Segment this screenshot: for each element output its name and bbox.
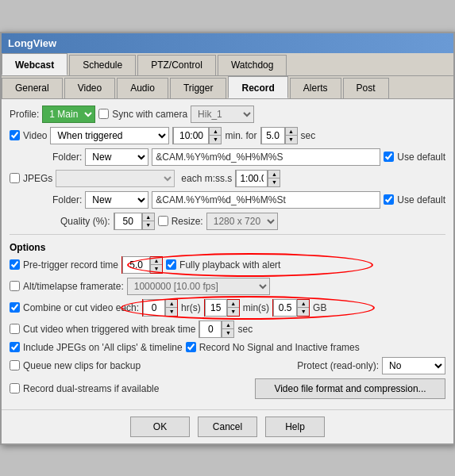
video-trigger-select[interactable]: When triggered	[50, 127, 169, 144]
combine-label: Combine or cut video each:	[23, 302, 139, 313]
tab-ptzcontrol[interactable]: PTZ/Control	[137, 55, 216, 75]
resize-select[interactable]: 1280 x 720	[206, 213, 278, 230]
video-path-input[interactable]	[152, 148, 380, 166]
combine-gb-up[interactable]: ▲	[298, 300, 309, 308]
dual-streams-checkbox[interactable]	[10, 383, 20, 393]
protect-label: Protect (read-only):	[297, 360, 379, 371]
video-format-button[interactable]: Video file format and compression...	[255, 378, 445, 399]
queue-checkbox[interactable]	[10, 360, 20, 370]
combine-hr-up[interactable]: ▲	[166, 300, 177, 308]
help-button[interactable]: Help	[265, 416, 325, 437]
video-for-up[interactable]: ▲	[286, 128, 297, 136]
cut-break-up[interactable]: ▲	[222, 321, 233, 329]
tab-schedule[interactable]: Schedule	[69, 55, 136, 75]
video-checkbox[interactable]	[10, 130, 20, 140]
video-for-down[interactable]: ▼	[286, 136, 297, 144]
quality-down[interactable]: ▼	[143, 221, 154, 229]
dual-format-row: Record dual-streams if available Video f…	[10, 378, 445, 399]
jpegs-trigger-select[interactable]	[56, 170, 175, 187]
tab-trigger[interactable]: Trigger	[170, 78, 227, 98]
camera-select[interactable]: Hik_1	[191, 106, 254, 123]
combine-min-down[interactable]: ▼	[228, 308, 239, 316]
queue-protect-row: Queue new clips for backup Protect (read…	[10, 357, 445, 374]
content-area: Profile: 1 Main Sync with camera Hik_1 V…	[2, 99, 453, 409]
include-jpegs-checkbox[interactable]	[10, 342, 20, 352]
jpegs-folder-label: Folder:	[52, 194, 82, 205]
tab-alerts[interactable]: Alerts	[290, 78, 341, 98]
tab-webcast[interactable]: Webcast	[2, 53, 67, 75]
video-time-up[interactable]: ▲	[210, 128, 221, 136]
jpegs-label: JPEGs	[23, 173, 52, 184]
cut-break-label: Cut video when triggered with break time	[23, 324, 195, 335]
include-jpegs-label: Include JPEGs on 'All clips' & timeline	[23, 342, 183, 353]
pretrigger-spinner: ▲ ▼	[121, 256, 163, 274]
resize-checkbox[interactable]	[158, 216, 168, 226]
video-use-default-checkbox[interactable]	[384, 152, 394, 162]
jpegs-interval-up[interactable]: ▲	[268, 171, 280, 178]
pretrigger-checkbox[interactable]	[10, 259, 20, 270]
jpegs-path-input[interactable]	[152, 191, 380, 209]
video-folder-row: Folder: New Use default	[10, 148, 445, 166]
resize-label: Resize:	[172, 216, 203, 227]
combine-gb-spinner: ▲ ▼	[272, 299, 310, 317]
jpegs-interval-input[interactable]	[236, 170, 268, 187]
tab-general[interactable]: General	[2, 78, 63, 98]
quality-input[interactable]	[114, 213, 142, 230]
pretrigger-input[interactable]	[122, 256, 150, 274]
gb-label: GB	[313, 302, 326, 313]
video-time-down[interactable]: ▼	[210, 136, 221, 144]
video-time-input[interactable]	[173, 127, 209, 144]
combine-checkbox[interactable]	[10, 302, 20, 313]
sec-label: sec	[301, 130, 316, 141]
alttimelapse-select[interactable]: 1000000 [10.00 fps]	[127, 278, 270, 295]
combine-hr-input[interactable]	[143, 299, 165, 317]
quality-up[interactable]: ▲	[143, 213, 154, 221]
protect-select[interactable]: No	[382, 357, 445, 374]
tab-video[interactable]: Video	[64, 78, 115, 98]
fullplay-checkbox[interactable]	[166, 259, 176, 270]
jpegs-row: JPEGs each m:ss.s ▲ ▼	[10, 170, 445, 187]
combine-min-up[interactable]: ▲	[228, 300, 239, 308]
alttimelapse-label: Alt/timelapse framerate:	[23, 281, 124, 292]
tab-record[interactable]: Record	[228, 76, 287, 98]
video-for-input[interactable]	[261, 127, 285, 144]
alttimelapse-checkbox[interactable]	[10, 281, 20, 291]
min-label: min(s)	[243, 302, 269, 313]
combine-hr-down[interactable]: ▼	[166, 308, 177, 316]
cut-break-checkbox[interactable]	[10, 324, 20, 334]
combine-min-input[interactable]	[205, 299, 227, 317]
tab-row-1: Webcast Schedule PTZ/Control Watchdog	[2, 53, 453, 76]
pretrigger-up[interactable]: ▲	[151, 257, 162, 265]
cancel-button[interactable]: Cancel	[198, 416, 257, 437]
main-window: LongView Webcast Schedule PTZ/Control Wa…	[0, 32, 455, 445]
video-time-spinner: ▲ ▼	[172, 127, 222, 144]
bottom-bar: OK Cancel Help	[2, 409, 453, 443]
tab-audio[interactable]: Audio	[117, 78, 168, 98]
ok-button[interactable]: OK	[130, 416, 190, 437]
video-folder-select[interactable]: New	[85, 148, 148, 166]
options-section: Options Pre-trigger record time ▲ ▼ Full…	[10, 234, 445, 399]
options-label: Options	[10, 242, 445, 253]
cut-break-down[interactable]: ▼	[222, 329, 233, 337]
jpegs-folder-row: Folder: New Use default	[10, 191, 445, 209]
sync-camera-checkbox[interactable]	[98, 109, 109, 119]
quality-resize-row: Quality (%): ▲ ▼ Resize: 1280 x 720	[10, 213, 445, 230]
profile-select[interactable]: 1 Main	[42, 106, 95, 123]
jpegs-checkbox[interactable]	[10, 173, 20, 183]
cut-sec-label: sec	[237, 324, 253, 335]
jpegs-folder-select[interactable]: New	[85, 191, 148, 209]
nosignal-checkbox[interactable]	[186, 342, 196, 352]
jpegs-use-default-checkbox[interactable]	[384, 194, 394, 205]
video-for-spinner: ▲ ▼	[260, 127, 298, 144]
cut-break-input[interactable]	[199, 321, 222, 338]
tab-post[interactable]: Post	[343, 78, 389, 98]
combine-gb-down[interactable]: ▼	[298, 308, 309, 316]
dual-streams-label: Record dual-streams if available	[23, 383, 159, 394]
alttimelapse-row: Alt/timelapse framerate: 1000000 [10.00 …	[10, 278, 445, 295]
fullplay-label: Fully playback with alert	[179, 259, 280, 271]
jpegs-interval-down[interactable]: ▼	[268, 178, 280, 186]
combine-gb-input[interactable]	[273, 299, 297, 317]
pretrigger-down[interactable]: ▼	[151, 265, 162, 273]
tab-watchdog[interactable]: Watchdog	[218, 55, 287, 75]
sync-camera-label: Sync with camera	[112, 109, 187, 120]
